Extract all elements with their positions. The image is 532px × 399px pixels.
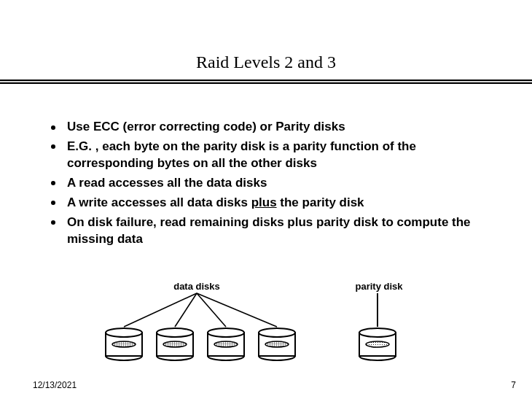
svg-point-18 [359, 328, 396, 337]
list-item: On disk failure, read remaining disks pl… [51, 214, 494, 248]
list-item: A read accesses all the data disks [51, 175, 494, 192]
slide: Raid Levels 2 and 3 Use ECC (error corre… [0, 0, 532, 399]
data-disk-icon [208, 328, 244, 360]
footer-date: 12/13/2021 [33, 380, 77, 390]
svg-point-20 [366, 341, 389, 347]
title-divider [0, 80, 532, 84]
disks-svg [0, 270, 532, 372]
bullet-text: Use ECC (error correcting code) or Parit… [67, 120, 345, 133]
svg-point-10 [163, 341, 187, 347]
list-item: A write accesses all data disks plus the… [51, 195, 494, 212]
data-connector-lines [124, 293, 277, 327]
bullet-text: A read accesses all the data disks [67, 176, 267, 190]
svg-line-3 [197, 293, 277, 327]
parity-disk-icon [359, 328, 396, 360]
disk-icons [106, 328, 396, 360]
data-disk-icon [106, 328, 142, 360]
page-title: Raid Levels 2 and 3 [0, 53, 532, 72]
bullet-text-underline: plus [251, 195, 277, 209]
svg-point-13 [214, 341, 238, 347]
svg-point-12 [208, 328, 244, 337]
bullet-text-post: the parity disk [277, 195, 364, 209]
svg-point-9 [157, 328, 193, 337]
divider-bar [0, 80, 532, 84]
svg-point-7 [112, 341, 136, 347]
svg-line-2 [197, 293, 226, 327]
bullet-list: Use ECC (error correcting code) or Parit… [51, 119, 494, 248]
bullet-text: E.G. , each byte on the parity disk is a… [67, 139, 416, 170]
diagram: data disks parity disk [0, 270, 532, 372]
data-disk-icon [157, 328, 193, 360]
list-item: E.G. , each byte on the parity disk is a… [51, 139, 494, 172]
list-item: Use ECC (error correcting code) or Parit… [51, 119, 494, 136]
svg-point-15 [259, 328, 295, 337]
bullet-text-pre: A write accesses all data disks [67, 195, 251, 209]
bullet-text: On disk failure, read remaining disks pl… [67, 215, 471, 246]
svg-point-5 [106, 328, 142, 337]
svg-point-16 [265, 341, 289, 347]
footer-page-number: 7 [511, 380, 516, 390]
title-area: Raid Levels 2 and 3 [0, 0, 532, 72]
data-disk-icon [259, 328, 295, 360]
